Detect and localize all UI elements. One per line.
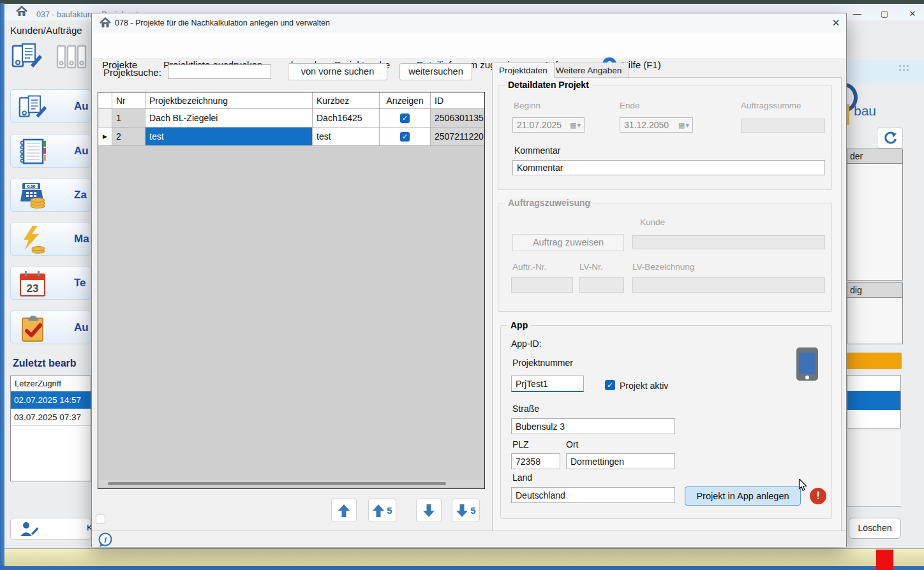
projektdaten-panel: Detaildaten Projekt Beginn Ende Auftrags… xyxy=(492,77,842,531)
land-input[interactable]: Deutschland xyxy=(511,487,675,503)
column-header-anzeigen[interactable]: Anzeigen xyxy=(380,92,431,109)
arrow-down-icon xyxy=(422,504,435,518)
group-auftragszuweisung: Auftragszuweisung Kunde Auftrag zuweisen… xyxy=(498,203,832,312)
ende-datepicker[interactable]: 31.12.2050 ▦▾ xyxy=(620,117,693,133)
search-from-start-button[interactable]: von vorne suchen xyxy=(288,63,387,80)
recent-row-selected[interactable]: 02.07.2025 14:57 xyxy=(11,391,91,409)
delete-button[interactable]: Löschen xyxy=(849,518,901,539)
main-statusbar xyxy=(4,548,924,566)
close-button[interactable]: ✕ xyxy=(904,9,921,18)
dialog-titlebar: 078 - Projekte für die Nachkalkulation a… xyxy=(92,13,846,33)
sidebar-item-label: Au xyxy=(74,321,89,334)
checkbox-checked-icon[interactable]: ✓ xyxy=(400,132,410,142)
customer-edit-button[interactable] xyxy=(10,518,91,540)
notebook-icon xyxy=(19,138,48,166)
sidebar-item-mahnungen[interactable]: Ma xyxy=(10,222,91,256)
binders-toolbar-icon[interactable] xyxy=(56,45,87,69)
brand-logo-text: bau xyxy=(854,103,876,119)
ort-input[interactable]: Dormettingen xyxy=(566,453,675,469)
info-icon: i xyxy=(97,532,114,548)
background-list xyxy=(847,375,901,428)
horizontal-scrollbar[interactable] xyxy=(99,480,484,487)
recent-row[interactable]: 03.07.2025 07:37 xyxy=(11,409,91,426)
column-header-kurzbez[interactable]: Kurzbez xyxy=(313,92,380,109)
app-id-label: App-ID: xyxy=(511,339,541,349)
recent-list: LetzerZugriff 02.07.2025 14:57 03.07.202… xyxy=(10,376,91,481)
plz-input[interactable]: 72358 xyxy=(511,453,560,469)
group-detaildaten-projekt: Detaildaten Projekt Beginn Ende Auftrags… xyxy=(498,85,832,190)
selected-list-row[interactable] xyxy=(847,391,900,410)
move-up-button[interactable] xyxy=(331,499,357,522)
projektnummer-input[interactable]: PrjTest1 xyxy=(511,376,584,392)
search-label: Projektsuche: xyxy=(103,67,161,78)
scrollbar-thumb[interactable] xyxy=(108,482,446,485)
auftragssumme-field xyxy=(741,119,825,133)
svg-text:0.00: 0.00 xyxy=(27,184,36,189)
table-row-selected[interactable]: ▶ 2 test test ✓ 2507211220 xyxy=(98,128,484,146)
calendar-dropdown-icon[interactable]: ▦▾ xyxy=(678,121,690,129)
minimize-button[interactable]: — xyxy=(849,9,865,18)
strasse-input[interactable]: Bubensulz 3 xyxy=(511,418,675,434)
land-label: Land xyxy=(512,472,532,483)
sidebar-item-auftraege-2[interactable]: Au xyxy=(10,134,91,168)
sidebar-item-label: Au xyxy=(74,100,89,113)
calendar-dropdown-icon[interactable]: ▦▾ xyxy=(570,121,581,129)
column-header-id[interactable]: ID xyxy=(431,92,484,109)
kunde-field xyxy=(632,235,825,249)
column-header-projektbezeichnung[interactable]: Projektbezeichnung xyxy=(145,92,313,109)
tab-weitere-angaben[interactable]: Weitere Angaben xyxy=(549,62,629,78)
sidebar-item-label: Au xyxy=(74,145,89,157)
projekt-aktiv-checkbox[interactable]: ✓ xyxy=(605,380,615,390)
bottom-checkbox[interactable] xyxy=(96,515,105,524)
column-header-partial[interactable]: der xyxy=(847,149,902,164)
move-up-5-button[interactable]: 5 xyxy=(368,499,396,522)
orange-status-bar[interactable] xyxy=(846,353,902,369)
dialog-close-button[interactable]: ✕ xyxy=(830,17,842,30)
document-pen-toolbar-icon[interactable] xyxy=(11,42,43,70)
background-panel xyxy=(847,430,901,507)
status-red-indicator xyxy=(876,550,893,570)
sidebar-item-aufgaben[interactable]: Au xyxy=(10,311,91,344)
projektnummer-label: Projektnummer xyxy=(512,358,573,368)
table-row[interactable]: 1 Dach BL-Ziegelei Dach16425 ✓ 250630113… xyxy=(98,109,484,128)
svg-text:23: 23 xyxy=(27,282,39,295)
beginn-value: 21.07.2025 xyxy=(517,120,562,130)
dialog-menubar: Projekte Projektliste ausdrucken komplex… xyxy=(92,33,846,58)
project-search-input[interactable] xyxy=(168,64,271,79)
tab-projektdaten[interactable]: Projektdaten xyxy=(492,62,555,78)
cash-register-icon: 0.00 xyxy=(19,182,48,210)
cell-anzeigen: ✓ xyxy=(380,128,431,146)
ende-value: 31.12.2050 xyxy=(624,120,669,130)
clipboard-check-icon xyxy=(19,314,48,342)
drag-handle-icon[interactable] xyxy=(899,65,909,71)
svg-text:i: i xyxy=(104,535,107,544)
move-down-5-button[interactable]: 5 xyxy=(452,499,480,522)
mouse-cursor xyxy=(798,479,807,492)
lv-nr-field xyxy=(579,277,624,293)
checkbox-checked-icon[interactable]: ✓ xyxy=(400,113,410,123)
lv-bezeichnung-field xyxy=(632,277,825,293)
smartphone-icon xyxy=(796,347,819,381)
beginn-datepicker[interactable]: 21.07.2025 ▦▾ xyxy=(512,117,585,133)
projekt-in-app-anlegen-button[interactable]: Projekt in App anlegen xyxy=(685,486,801,506)
column-header-partial[interactable]: dig xyxy=(847,283,902,298)
lightning-coins-icon xyxy=(19,226,48,254)
sidebar-item-termine[interactable]: 23 Te xyxy=(10,266,91,300)
home-icon xyxy=(16,6,27,17)
auftrag-zuweisen-button[interactable]: Auftrag zuweisen xyxy=(512,234,624,251)
maximize-button[interactable]: ▢ xyxy=(876,9,893,18)
kommentar-label: Kommentar xyxy=(514,145,560,156)
cell-nr: 2 xyxy=(112,128,145,146)
kommentar-input[interactable]: Kommentar xyxy=(512,160,825,175)
column-header-nr[interactable]: Nr xyxy=(112,92,145,109)
sidebar-item-label: Te xyxy=(74,277,86,289)
sidebar-item-auftraege-1[interactable]: Au xyxy=(10,89,91,123)
search-next-button[interactable]: weitersuchen xyxy=(399,63,472,80)
move-down-button[interactable] xyxy=(416,499,442,522)
document-pen-icon xyxy=(19,93,48,121)
cell-nr: 1 xyxy=(112,109,145,128)
sidebar-tab-kunden-auftraege[interactable]: Kunden/Aufträge xyxy=(10,25,82,36)
recent-column-header[interactable]: LetzerZugriff xyxy=(11,376,91,391)
refresh-button[interactable] xyxy=(877,128,903,149)
sidebar-item-zahlungen[interactable]: 0.00 Za xyxy=(10,178,91,212)
